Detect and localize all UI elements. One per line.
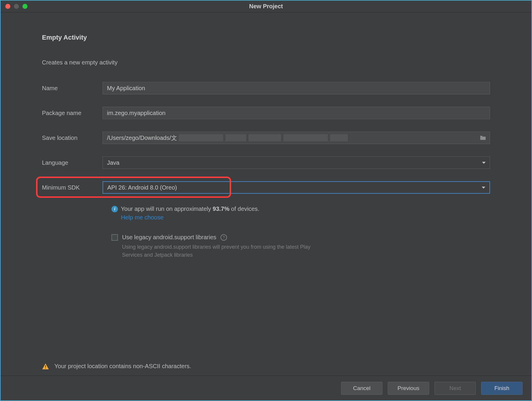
legacy-checkbox-row: Use legacy android.support libraries ? bbox=[111, 234, 490, 241]
legacy-checkbox[interactable] bbox=[111, 234, 118, 241]
zoom-window-button[interactable] bbox=[22, 4, 27, 9]
minimize-window-button bbox=[14, 4, 19, 9]
package-row: Package name bbox=[42, 107, 490, 119]
footer: Cancel Previous Next Finish bbox=[1, 376, 531, 400]
close-window-button[interactable] bbox=[5, 4, 10, 9]
finish-button[interactable]: Finish bbox=[481, 382, 523, 395]
package-input[interactable] bbox=[103, 107, 490, 119]
redacted-path bbox=[179, 134, 348, 141]
language-value: Java bbox=[107, 159, 119, 166]
titlebar: New Project bbox=[1, 1, 531, 12]
chevron-down-icon bbox=[482, 162, 486, 164]
new-project-dialog: New Project Empty Activity Creates a new… bbox=[0, 0, 532, 401]
warning-icon bbox=[42, 363, 49, 370]
minsdk-label: Minimum SDK bbox=[42, 184, 103, 191]
activity-description: Creates a new empty activity bbox=[42, 59, 490, 66]
warning-row: Your project location contains non-ASCII… bbox=[42, 363, 191, 370]
name-input[interactable] bbox=[103, 82, 490, 94]
location-value: /Users/zego/Downloads/文 bbox=[107, 134, 177, 142]
svg-rect-1 bbox=[45, 368, 46, 368]
minsdk-value: API 26: Android 8.0 (Oreo) bbox=[107, 184, 177, 191]
cancel-button[interactable]: Cancel bbox=[341, 382, 382, 395]
legacy-sublabel: Using legacy android.support libraries w… bbox=[122, 243, 329, 259]
info-text: Your app will run on approximately 93.7%… bbox=[121, 206, 259, 212]
browse-folder-icon[interactable] bbox=[480, 135, 486, 140]
location-label: Save location bbox=[42, 135, 103, 141]
warning-text: Your project location contains non-ASCII… bbox=[54, 363, 191, 370]
previous-button[interactable]: Previous bbox=[388, 382, 429, 395]
name-input-field[interactable] bbox=[107, 85, 486, 92]
help-me-choose-link[interactable]: Help me choose bbox=[121, 214, 490, 221]
language-row: Language Java bbox=[42, 156, 490, 169]
legacy-label: Use legacy android.support libraries bbox=[122, 234, 216, 241]
content-area: Empty Activity Creates a new empty activ… bbox=[1, 12, 531, 376]
name-label: Name bbox=[42, 85, 103, 92]
svg-rect-0 bbox=[45, 365, 46, 367]
location-input[interactable]: /Users/zego/Downloads/文 bbox=[103, 132, 490, 144]
name-row: Name bbox=[42, 82, 490, 94]
minsdk-select[interactable]: API 26: Android 8.0 (Oreo) bbox=[103, 181, 490, 194]
language-select[interactable]: Java bbox=[103, 156, 490, 169]
location-row: Save location /Users/zego/Downloads/文 bbox=[42, 132, 490, 144]
package-input-field[interactable] bbox=[107, 110, 486, 117]
info-icon: i bbox=[111, 206, 118, 212]
activity-title: Empty Activity bbox=[42, 34, 490, 41]
device-info: i Your app will run on approximately 93.… bbox=[103, 206, 490, 259]
next-button: Next bbox=[434, 382, 476, 395]
language-label: Language bbox=[42, 159, 103, 166]
chevron-down-icon bbox=[482, 187, 485, 189]
package-label: Package name bbox=[42, 110, 103, 117]
window-controls bbox=[1, 4, 27, 9]
window-title: New Project bbox=[1, 3, 531, 10]
help-icon[interactable]: ? bbox=[220, 234, 227, 241]
minsdk-row: Minimum SDK API 26: Android 8.0 (Oreo) bbox=[42, 181, 490, 194]
